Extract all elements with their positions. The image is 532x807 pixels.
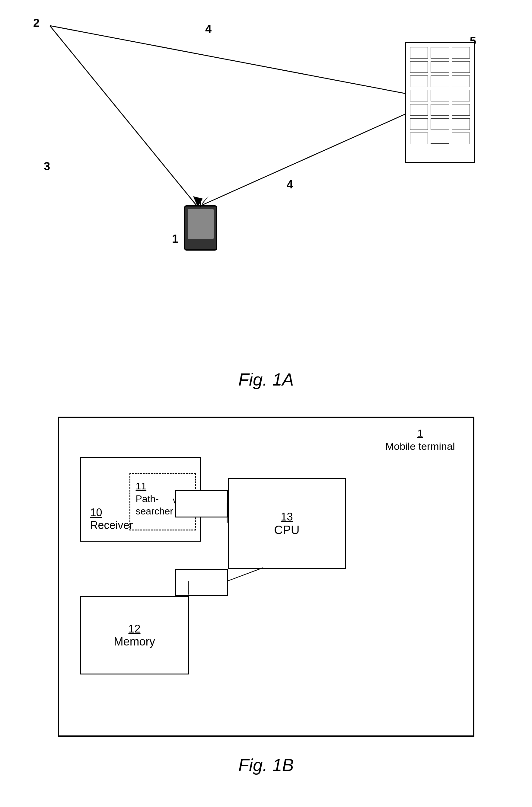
building-window	[452, 61, 470, 73]
building-window	[452, 90, 470, 101]
building-window	[431, 118, 449, 130]
cpu-num: 13	[274, 510, 299, 523]
building	[405, 42, 475, 163]
building-window	[431, 47, 449, 59]
label-4-bottom: 4	[287, 178, 293, 191]
svg-line-7	[227, 568, 263, 581]
building-window	[431, 61, 449, 73]
building-window	[410, 47, 428, 59]
memory-num: 12	[114, 622, 155, 635]
receiver-label: 10 Receiver	[90, 506, 133, 532]
mobile-terminal-label: Mobile terminal	[385, 440, 455, 452]
building-window	[452, 47, 470, 59]
label-3: 3	[44, 160, 50, 173]
label-2: 2	[33, 17, 40, 30]
cpu-text: CPU	[274, 523, 299, 537]
svg-line-0	[50, 26, 438, 100]
mobile-phone	[184, 205, 217, 250]
building-window	[431, 104, 449, 116]
phone-antenna	[200, 199, 201, 207]
building-window	[410, 75, 428, 87]
building-window	[452, 118, 470, 130]
building-window	[452, 104, 470, 116]
fig1a-container: 2 3 4 4 5	[0, 0, 532, 408]
building-window	[431, 90, 449, 101]
fig1a-title: Fig. 1A	[239, 369, 294, 390]
mobile-terminal-box: 1 Mobile terminal 11 Path- searcher 10 R…	[58, 417, 474, 737]
building-window	[452, 75, 470, 87]
building-grid	[406, 43, 474, 162]
label-4-top: 4	[205, 23, 211, 36]
memory-text: Memory	[114, 635, 155, 648]
connector-box-1	[175, 490, 228, 518]
receiver-num: 10	[90, 506, 133, 519]
building-window	[452, 133, 470, 144]
path-searcher-label: 11 Path- searcher	[136, 480, 173, 518]
cpu-box: 13 CPU	[228, 478, 346, 569]
path-searcher-num: 11	[136, 480, 173, 493]
phone-screen	[188, 209, 214, 239]
building-window	[410, 133, 428, 144]
cpu-label: 13 CPU	[274, 510, 299, 537]
svg-line-2	[50, 26, 198, 207]
page: 2 3 4 4 5	[0, 0, 532, 807]
fig1b-title: Fig. 1B	[239, 755, 294, 775]
path-searcher-text1: Path-	[136, 493, 159, 504]
fig1b-container: 1 Mobile terminal 11 Path- searcher 10 R…	[0, 408, 532, 807]
memory-label: 12 Memory	[114, 622, 155, 648]
path-searcher-text2: searcher	[136, 506, 173, 517]
building-window	[410, 90, 428, 101]
receiver-text: Receiver	[90, 519, 133, 531]
memory-box: 12 Memory	[80, 596, 189, 674]
svg-line-1	[202, 100, 438, 205]
label-1-fig1a: 1	[172, 232, 178, 245]
mobile-terminal-num: 1	[385, 426, 455, 439]
building-window	[410, 61, 428, 73]
building-window	[410, 118, 428, 130]
building-door	[431, 143, 449, 144]
building-window	[410, 104, 428, 116]
label-mobile-terminal: 1 Mobile terminal	[385, 426, 455, 453]
building-window	[431, 75, 449, 87]
connector-box-2	[175, 569, 228, 596]
